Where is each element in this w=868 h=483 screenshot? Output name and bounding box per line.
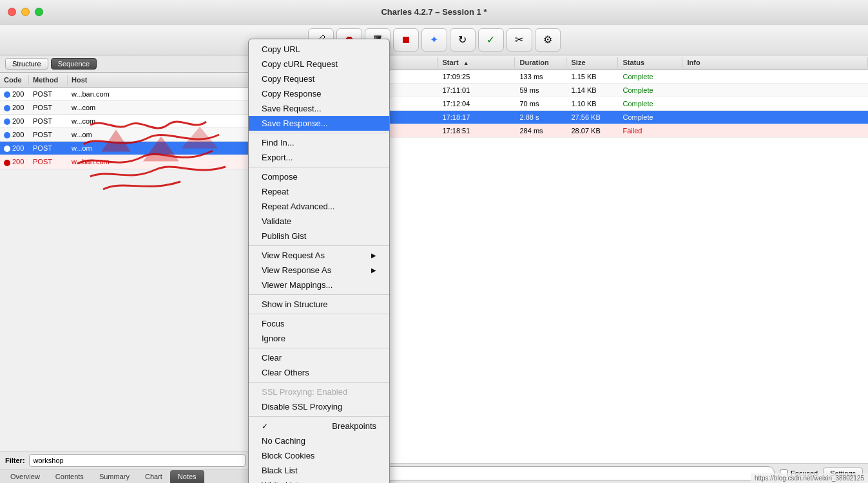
filter-label: Filter:	[5, 457, 25, 464]
scissors-icon: ✂	[515, 33, 523, 46]
gear-icon: ⚙	[543, 33, 552, 46]
status-icon	[4, 146, 10, 152]
menu-white-list[interactable]: White List	[249, 478, 389, 483]
status-icon	[4, 91, 10, 98]
validate-icon: ✓	[487, 33, 495, 46]
menu-find-in[interactable]: Find In...	[249, 135, 389, 150]
duration-cell: 284 ms	[515, 126, 566, 136]
refresh-button[interactable]: ↻	[450, 28, 476, 52]
code-cell: 200	[0, 129, 29, 140]
menu-copy-curl[interactable]: Copy cURL Request	[249, 57, 389, 71]
tab-summary[interactable]: Summary	[92, 470, 137, 483]
status-cell: Complete	[618, 71, 682, 82]
bottom-tabs: Overview Contents Summary Chart Notes	[0, 469, 251, 483]
table-row[interactable]: 200 POST w...ban.com	[0, 155, 251, 169]
validate-button[interactable]: ✓	[478, 28, 504, 52]
menu-breakpoints[interactable]: ✓ Breakpoints	[249, 419, 389, 433]
toolbar: 🖊 ⏺ 🎩 ⏹ ✦ ↻ ✓ ✂ ⚙	[0, 24, 868, 55]
menu-clear[interactable]: Clear	[249, 350, 389, 365]
compose-button[interactable]: ✦	[421, 28, 447, 52]
menu-ssl-proxying-enabled: SSL Proxying: Enabled	[249, 384, 389, 399]
menu-viewer-mappings[interactable]: Viewer Mappings...	[249, 278, 389, 292]
submenu-arrow: ▶	[371, 267, 376, 274]
menu-show-in-structure[interactable]: Show in Structure	[249, 297, 389, 312]
menu-view-request-as[interactable]: View Request As ▶	[249, 248, 389, 263]
method-cell: POST	[29, 89, 68, 99]
menu-clear-others[interactable]: Clear Others	[249, 365, 389, 380]
menu-copy-response[interactable]: Copy Response	[249, 86, 389, 101]
method-cell: POST	[29, 129, 68, 140]
menu-separator	[249, 167, 389, 167]
menu-separator	[249, 314, 389, 314]
sequence-view-button[interactable]: Sequence	[51, 58, 97, 70]
title-bar: Charles 4.2.7 – Session 1 *	[0, 0, 868, 24]
duration-cell: 133 ms	[515, 71, 566, 82]
host-cell: w...ban.com	[68, 89, 251, 99]
menu-disable-ssl[interactable]: Disable SSL Proxying	[249, 399, 389, 414]
start-cell: 17:12:04	[438, 99, 515, 109]
tab-overview[interactable]: Overview	[3, 470, 48, 483]
host-cell: w...com	[68, 116, 251, 126]
main-area: Structure Sequence Code Method Host 200 …	[0, 55, 868, 483]
menu-export[interactable]: Export...	[249, 150, 389, 165]
code-cell: 200	[0, 89, 29, 99]
menu-no-caching[interactable]: No Caching	[249, 433, 389, 448]
left-table-body: 200 POST w...ban.com 200 POST w...com 20…	[0, 88, 251, 451]
breakpoint-button[interactable]: ⏹	[393, 28, 419, 52]
tab-contents[interactable]: Contents	[48, 470, 92, 483]
submenu-arrow: ▶	[371, 252, 376, 259]
traffic-light-buttons	[8, 8, 43, 16]
menu-compose[interactable]: Compose	[249, 169, 389, 184]
structure-view-button[interactable]: Structure	[5, 58, 48, 70]
method-cell: POST	[29, 143, 68, 153]
menu-block-cookies[interactable]: Block Cookies	[249, 448, 389, 463]
host-column-header: Host	[68, 75, 251, 85]
duration-cell: 2.88 s	[515, 112, 566, 122]
info-header: Info	[682, 57, 869, 68]
status-cell: Complete	[618, 112, 682, 122]
settings-button[interactable]: ⚙	[535, 28, 561, 52]
menu-save-response[interactable]: Save Response...	[249, 116, 389, 131]
menu-copy-url[interactable]: Copy URL	[249, 42, 389, 57]
host-cell: w...com	[68, 102, 251, 113]
menu-separator	[249, 294, 389, 295]
status-url: https://blog.csdn.net/weixin_38802125	[755, 475, 864, 482]
code-column-header: Code	[0, 75, 29, 85]
table-row[interactable]: 200 POST w...om	[0, 128, 251, 142]
tools-button[interactable]: ✂	[506, 28, 532, 52]
duration-cell: 70 ms	[515, 99, 566, 109]
start-cell: 17:09:25	[438, 71, 515, 82]
menu-separator	[249, 382, 389, 383]
menu-save-request[interactable]: Save Request...	[249, 101, 389, 116]
status-header: Status	[618, 57, 682, 68]
size-cell: 27.56 KB	[566, 112, 618, 122]
info-cell	[682, 126, 869, 136]
method-cell: POST	[29, 156, 68, 167]
context-menu: Copy URL Copy cURL Request Copy Request …	[248, 39, 390, 483]
tab-notes[interactable]: Notes	[170, 470, 204, 483]
menu-publish-gist[interactable]: Publish Gist	[249, 229, 389, 243]
duration-cell: 59 ms	[515, 85, 566, 95]
table-row[interactable]: 200 POST w...ban.com	[0, 88, 251, 101]
filter-input[interactable]	[29, 454, 246, 467]
menu-black-list[interactable]: Black List	[249, 463, 389, 478]
menu-focus[interactable]: Focus	[249, 316, 389, 331]
menu-ignore[interactable]: Ignore	[249, 331, 389, 346]
start-cell: 17:18:51	[438, 126, 515, 136]
table-row[interactable]: 200 POST w...om	[0, 142, 251, 155]
menu-validate[interactable]: Validate	[249, 214, 389, 229]
menu-copy-request[interactable]: Copy Request	[249, 71, 389, 86]
menu-repeat[interactable]: Repeat	[249, 184, 389, 199]
table-row[interactable]: 200 POST w...com	[0, 115, 251, 128]
code-cell: 200	[0, 116, 29, 126]
maximize-button[interactable]	[35, 8, 43, 16]
info-cell	[682, 99, 869, 109]
menu-repeat-advanced[interactable]: Repeat Advanced...	[249, 199, 389, 214]
minimize-button[interactable]	[21, 8, 30, 16]
menu-view-response-as[interactable]: View Response As ▶	[249, 263, 389, 278]
code-cell: 200	[0, 156, 29, 167]
close-button[interactable]	[8, 8, 16, 16]
tab-chart[interactable]: Chart	[137, 470, 170, 483]
start-header[interactable]: Start ▲	[438, 57, 515, 68]
table-row[interactable]: 200 POST w...com	[0, 101, 251, 115]
